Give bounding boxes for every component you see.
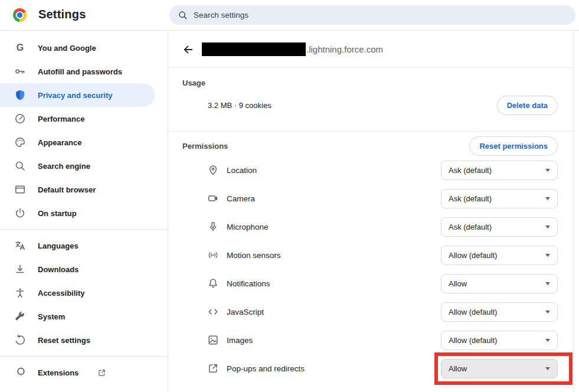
speedometer-icon bbox=[14, 113, 26, 125]
translate-icon bbox=[14, 240, 26, 251]
sidebar-item-appearance[interactable]: Appearance bbox=[0, 130, 167, 154]
usage-section: Usage 3.2 MB · 9 cookies Delete data bbox=[168, 79, 573, 132]
chevron-down-icon bbox=[545, 226, 550, 228]
sidebar-item-label: Privacy and security bbox=[38, 91, 112, 100]
usage-summary: 3.2 MB · 9 cookies bbox=[208, 101, 497, 110]
site-settings-panel: .lightning.force.com Usage 3.2 MB · 9 co… bbox=[168, 31, 574, 392]
search-icon bbox=[178, 10, 188, 20]
microphone-permission-dropdown[interactable]: Ask (default) bbox=[441, 217, 558, 237]
chevron-down-icon bbox=[545, 254, 550, 257]
location-pin-icon bbox=[207, 164, 219, 176]
sidebar-item-label: System bbox=[38, 312, 65, 321]
permission-row-popups: Pop-ups and redirects Allow bbox=[168, 354, 573, 383]
permission-row-motion-sensors: Motion sensors Allow (default) bbox=[168, 241, 573, 269]
usage-section-label: Usage bbox=[182, 79, 573, 87]
motion-sensors-permission-dropdown[interactable]: Allow (default) bbox=[441, 246, 558, 265]
delete-data-button[interactable]: Delete data bbox=[497, 96, 558, 115]
sidebar-item-label: Performance bbox=[38, 115, 84, 123]
javascript-permission-dropdown[interactable]: Allow (default) bbox=[441, 302, 558, 322]
permission-label: Camera bbox=[227, 194, 441, 203]
permission-row-microphone: Microphone Ask (default) bbox=[168, 213, 573, 241]
sidebar-item-you-and-google[interactable]: G You and Google bbox=[0, 36, 167, 60]
dropdown-value: Allow (default) bbox=[449, 308, 497, 316]
usage-row: 3.2 MB · 9 cookies Delete data bbox=[168, 96, 573, 115]
sidebar-divider bbox=[0, 356, 167, 357]
dropdown-value: Allow bbox=[449, 364, 467, 373]
sidebar-item-label: On startup bbox=[38, 209, 77, 218]
sidebar-item-autofill[interactable]: Autofill and passwords bbox=[0, 60, 167, 83]
sidebar-item-system[interactable]: System bbox=[0, 305, 167, 328]
download-icon bbox=[14, 263, 26, 275]
video-camera-icon bbox=[207, 192, 219, 204]
camera-permission-dropdown[interactable]: Ask (default) bbox=[441, 189, 558, 208]
sidebar-item-label: Autofill and passwords bbox=[38, 67, 122, 76]
reset-icon bbox=[14, 334, 26, 346]
sidebar-item-label: Search engine bbox=[38, 162, 90, 171]
external-link-icon bbox=[97, 368, 106, 377]
sidebar-item-default-browser[interactable]: Default browser bbox=[0, 178, 167, 201]
sidebar-divider bbox=[0, 229, 167, 230]
motion-sensors-icon bbox=[207, 249, 219, 261]
sidebar-item-privacy-and-security[interactable]: Privacy and security bbox=[0, 83, 155, 107]
images-permission-dropdown[interactable]: Allow (default) bbox=[441, 331, 558, 350]
popups-permission-dropdown[interactable]: Allow bbox=[441, 359, 558, 378]
permissions-header-row: Permissions Reset permissions bbox=[168, 136, 573, 156]
search-icon bbox=[14, 160, 26, 172]
notifications-permission-dropdown[interactable]: Allow bbox=[441, 274, 558, 293]
permission-row-javascript: JavaScript Allow (default) bbox=[168, 298, 573, 326]
settings-sidebar: G You and Google Autofill and passwords … bbox=[0, 31, 167, 392]
chrome-logo-icon bbox=[13, 8, 27, 22]
sidebar-item-accessibility[interactable]: Accessibility bbox=[0, 281, 167, 305]
browser-window-icon bbox=[14, 184, 26, 195]
sidebar-item-label: Appearance bbox=[38, 138, 81, 147]
chevron-down-icon bbox=[545, 197, 550, 200]
dropdown-value: Ask (default) bbox=[449, 194, 492, 203]
sidebar-item-label: Languages bbox=[38, 241, 78, 250]
chevron-down-icon bbox=[545, 339, 550, 342]
puzzle-icon bbox=[14, 367, 26, 378]
wrench-icon bbox=[14, 311, 26, 322]
dropdown-value: Allow (default) bbox=[449, 251, 497, 260]
back-arrow-icon[interactable] bbox=[182, 43, 195, 56]
location-permission-dropdown[interactable]: Ask (default) bbox=[441, 161, 558, 180]
permission-row-images: Images Allow (default) bbox=[168, 326, 573, 354]
permission-row-notifications: Notifications Allow bbox=[168, 269, 573, 298]
permissions-section: Permissions Reset permissions Location A… bbox=[168, 136, 573, 383]
sidebar-item-downloads[interactable]: Downloads bbox=[0, 257, 167, 281]
permission-row-location: Location Ask (default) bbox=[168, 156, 573, 184]
google-g-icon: G bbox=[14, 42, 26, 54]
search-input[interactable] bbox=[194, 11, 567, 19]
permission-label: Microphone bbox=[227, 223, 441, 231]
permissions-section-label: Permissions bbox=[182, 142, 469, 151]
sidebar-item-reset-settings[interactable]: Reset settings bbox=[0, 328, 167, 352]
chevron-down-icon bbox=[545, 169, 550, 172]
popup-icon bbox=[207, 362, 219, 374]
sidebar-item-extensions[interactable]: Extensions bbox=[0, 361, 167, 384]
sidebar-item-label: Downloads bbox=[38, 265, 78, 274]
permission-label: Notifications bbox=[227, 279, 441, 288]
permission-label: Motion sensors bbox=[227, 251, 441, 260]
dropdown-value: Ask (default) bbox=[449, 166, 492, 175]
dropdown-value: Allow (default) bbox=[449, 336, 497, 345]
sidebar-item-on-startup[interactable]: On startup bbox=[0, 201, 167, 225]
settings-search-bar[interactable] bbox=[169, 5, 575, 25]
palette-icon bbox=[14, 136, 26, 148]
sidebar-item-languages[interactable]: Languages bbox=[0, 234, 167, 257]
permission-label: JavaScript bbox=[227, 308, 441, 316]
chevron-down-icon bbox=[545, 311, 550, 313]
redacted-site-name bbox=[202, 43, 306, 56]
key-icon bbox=[14, 66, 26, 77]
chevron-down-icon bbox=[545, 282, 550, 285]
reset-permissions-button[interactable]: Reset permissions bbox=[469, 136, 558, 156]
image-icon bbox=[207, 334, 219, 346]
permission-label: Pop-ups and redirects bbox=[227, 364, 441, 373]
accessibility-icon bbox=[14, 287, 26, 299]
dropdown-value: Ask (default) bbox=[449, 223, 492, 231]
shield-icon bbox=[14, 89, 26, 101]
chrome-settings-window: Settings G You and Google Autofill and p… bbox=[0, 0, 579, 392]
site-domain-suffix: .lightning.force.com bbox=[306, 44, 383, 54]
microphone-icon bbox=[207, 221, 219, 233]
sidebar-item-performance[interactable]: Performance bbox=[0, 107, 167, 130]
app-header: Settings bbox=[0, 0, 579, 31]
sidebar-item-search-engine[interactable]: Search engine bbox=[0, 154, 167, 178]
